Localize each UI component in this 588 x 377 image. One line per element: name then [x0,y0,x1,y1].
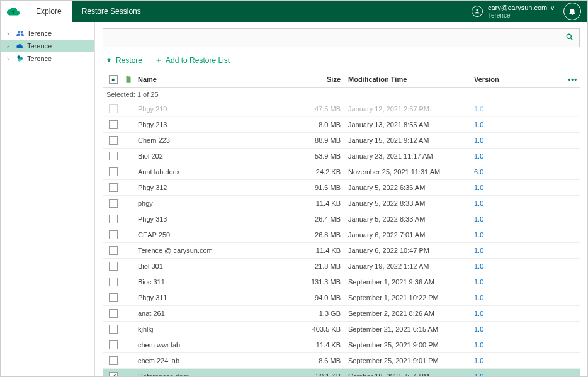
table-row[interactable]: Biol 20253.9 MBJanuary 23, 2021 11:17 AM… [103,149,580,164]
notifications-button[interactable] [563,3,581,20]
table-row[interactable]: chem 224 lab8.6 MBSeptember 25, 2021 9:0… [103,353,580,369]
column-size[interactable]: Size [298,76,348,83]
row-version[interactable]: 1.0 [474,247,562,254]
row-version[interactable]: 6.0 [474,168,562,176]
search-input[interactable] [108,33,565,42]
row-checkbox[interactable] [109,120,118,129]
row-name: chem wwr lab [135,341,298,349]
row-checkbox[interactable] [109,215,118,223]
row-version[interactable]: 1.0 [474,341,562,349]
row-checkbox[interactable] [109,325,118,334]
row-version[interactable]: 1.0 [474,373,562,376]
row-checkbox[interactable] [109,199,118,208]
sidebar-item-2[interactable]: ›Terence [1,52,94,65]
table-row[interactable]: Anat lab.docx24.2 KBNovember 25, 2021 11… [103,164,580,180]
table-row[interactable]: Phgy 31326.4 MBJanuary 5, 2022 8:33 AM1.… [103,211,580,227]
row-checkbox[interactable] [109,293,118,302]
row-size: 8.6 MB [298,357,348,364]
row-name: Phgy 210 [135,105,298,113]
row-size: 91.6 MB [298,184,348,191]
table-row[interactable]: chem wwr lab11.4 KBSeptember 25, 2021 9:… [103,337,580,353]
row-version[interactable]: 1.0 [474,357,562,364]
row-version[interactable]: 1.0 [474,325,562,333]
more-columns-icon[interactable]: ••• [562,76,577,83]
row-modification-time: September 1, 2021 9:36 AM [348,278,474,286]
row-name: chem 224 lab [135,357,298,364]
select-all-checkbox[interactable] [109,75,118,84]
row-name: Phgy 311 [135,294,298,301]
row-version[interactable]: 1.0 [474,278,562,286]
row-checkbox[interactable] [109,152,118,160]
table-header: Name Size Modification Time Version ••• [103,71,580,88]
row-size: 403.5 KB [298,325,348,333]
row-modification-time: January 23, 2021 11:17 AM [348,152,474,160]
row-checkbox[interactable] [109,278,118,286]
sidebar-item-0[interactable]: ›Terence [1,27,94,40]
chevron-right-icon: › [7,43,13,50]
row-checkbox[interactable] [109,136,118,145]
row-version[interactable]: 1.0 [474,262,562,270]
table-row[interactable]: Terence @ carysun.com11.4 KBJanuary 6, 2… [103,243,580,259]
row-size: 8.0 MB [298,121,348,128]
table-row[interactable]: References.docx20.1 KBOctober 18, 2021 7… [103,369,580,376]
table-row[interactable]: Phgy 2138.0 MBJanuary 13, 2021 8:55 AM1.… [103,117,580,133]
group-icon [16,29,25,38]
table-row[interactable]: Bioc 311131.3 MBSeptember 1, 2021 9:36 A… [103,274,580,290]
column-version[interactable]: Version [474,76,562,83]
row-version[interactable]: 1.0 [474,105,562,113]
column-modification-time[interactable]: Modification Time [348,76,474,83]
row-modification-time: January 19, 2022 1:12 AM [348,262,474,270]
row-checkbox[interactable] [109,372,118,376]
row-checkbox[interactable] [109,356,118,365]
table-row[interactable]: Phgy 21047.5 MBJanuary 12, 2021 2:57 PM1… [103,101,580,117]
svg-point-0 [17,55,20,59]
row-checkbox[interactable] [109,262,118,271]
cloud-restore-icon [6,4,20,18]
user-menu[interactable]: cary@carysun.com ∨ Terence [465,1,587,22]
search-icon[interactable] [565,33,574,43]
table-row[interactable]: anat 2611.3 GBSeptember 2, 2021 8:26 AM1… [103,306,580,322]
row-name: Phgy 312 [135,184,298,191]
row-version[interactable]: 1.0 [474,137,562,144]
table-row[interactable]: phgy11.4 KBJanuary 5, 2022 8:33 AM1.0 [103,196,580,211]
table-row[interactable]: kjhlkj403.5 KBSeptember 21, 2021 6:15 AM… [103,322,580,337]
row-size: 47.5 MB [298,105,348,113]
tab-restore-sessions[interactable]: Restore Sessions [72,1,151,22]
add-to-restore-list-button[interactable]: Add to Restore List [155,56,230,65]
onedrive-icon [16,42,25,50]
row-version[interactable]: 1.0 [474,200,562,207]
row-version[interactable]: 1.0 [474,152,562,160]
arrow-up-icon [105,57,113,64]
tab-explore[interactable]: Explore [26,1,72,22]
row-version[interactable]: 1.0 [474,121,562,128]
sidebar-item-1[interactable]: ›Terence [1,40,94,52]
row-name: Phgy 213 [135,121,298,128]
row-checkbox[interactable] [109,340,118,349]
table-row[interactable]: CEAP 25026.8 MBJanuary 6, 2022 7:01 AM1.… [103,227,580,243]
row-version[interactable]: 1.0 [474,310,562,317]
row-checkbox[interactable] [109,246,118,255]
row-checkbox[interactable] [109,104,118,113]
row-checkbox[interactable] [109,183,118,192]
chevron-right-icon: › [7,30,13,37]
row-size: 20.1 KB [298,373,348,376]
row-checkbox[interactable] [109,230,118,239]
row-checkbox[interactable] [109,309,118,318]
svg-point-2 [18,59,21,62]
row-version[interactable]: 1.0 [474,184,562,191]
row-version[interactable]: 1.0 [474,294,562,301]
row-name: Bioc 311 [135,278,298,286]
row-version[interactable]: 1.0 [474,215,562,223]
plus-icon [155,57,162,64]
table-row[interactable]: Phgy 31194.0 MBSeptember 1, 2021 10:22 P… [103,290,580,306]
column-name[interactable]: Name [135,76,298,83]
row-checkbox[interactable] [109,167,118,176]
user-email: cary@carysun.com [488,4,547,11]
row-version[interactable]: 1.0 [474,231,562,239]
row-size: 53.9 MB [298,152,348,160]
table-row[interactable]: Biol 30121.8 MBJanuary 19, 2022 1:12 AM1… [103,259,580,274]
row-size: 88.9 MB [298,137,348,144]
table-row[interactable]: Phgy 31291.6 MBJanuary 5, 2022 6:36 AM1.… [103,180,580,196]
restore-button[interactable]: Restore [105,56,142,65]
table-row[interactable]: Chem 22388.9 MBJanuary 15, 2021 9:12 AM1… [103,133,580,149]
